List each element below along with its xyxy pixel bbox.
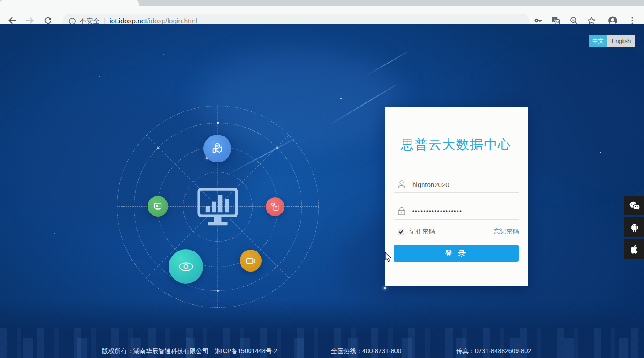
fax-text: 传真：0731-84882609-802 — [456, 347, 531, 355]
copyright-text: 版权所有：湖南华辰智通科技有限公司 — [102, 347, 208, 355]
apple-app-button[interactable] — [624, 239, 644, 259]
lock-icon — [396, 206, 407, 217]
dashboard-monitor-icon — [197, 187, 239, 229]
star-dot — [163, 54, 164, 55]
remember-checkbox[interactable] — [398, 229, 404, 235]
language-toggle: 中文 English — [589, 35, 635, 47]
options-row: 记住密码 忘记密码 — [394, 226, 519, 237]
language-english-button[interactable]: English — [607, 35, 635, 47]
page-title: 思普云大数据中心 — [385, 136, 528, 154]
language-chinese-button[interactable]: 中文 — [589, 35, 607, 47]
star-dot — [340, 98, 342, 99]
app-dock — [624, 196, 644, 259]
login-button[interactable]: 登 录 — [394, 245, 519, 262]
map-pin-icon — [210, 141, 225, 156]
remember-label: 记住密码 — [410, 228, 435, 236]
light-streak — [366, 52, 407, 76]
user-icon — [396, 179, 407, 190]
wechat-icon — [628, 200, 640, 212]
username-field-row — [394, 176, 519, 193]
star-dot — [384, 287, 386, 289]
icp-number: 湘ICP备15001448号-2 — [215, 347, 277, 355]
document-clock-icon — [270, 202, 280, 212]
ring-dot — [157, 147, 159, 149]
satellite-video — [240, 250, 262, 272]
star-dot — [600, 152, 601, 153]
apple-icon — [629, 244, 640, 255]
browser-toolbar: 不安全 | iot.idosp.net/idosp/login.html 文 G — [0, 6, 644, 24]
star-dot — [555, 192, 555, 193]
satellite-records — [266, 197, 284, 216]
password-input[interactable] — [412, 208, 519, 214]
orbit-graphic — [117, 106, 318, 307]
password-field-row — [394, 203, 519, 220]
active-tab[interactable] — [0, 0, 139, 6]
monitor-report-icon — [153, 201, 163, 212]
browser-window: 不安全 | iot.idosp.net/idosp/login.html 文 G — [0, 0, 644, 358]
footer: 版权所有：湖南华辰智通科技有限公司 湘ICP备15001448号-2 全国热线：… — [0, 347, 644, 356]
ring-dot — [276, 147, 278, 149]
satellite-report — [148, 196, 168, 217]
android-icon — [629, 222, 640, 233]
star-dot — [54, 233, 55, 234]
wechat-app-button[interactable] — [624, 196, 644, 215]
star-dot — [99, 76, 100, 77]
tab-strip — [0, 0, 644, 6]
video-camera-icon — [245, 255, 257, 267]
username-input[interactable] — [412, 181, 519, 188]
eye-monitoring-icon — [177, 257, 195, 276]
login-panel: 思普云大数据中心 记住密码 忘记密码 登 录 — [385, 107, 528, 286]
forgot-password-link[interactable]: 忘记密码 — [494, 228, 519, 236]
android-app-button[interactable] — [624, 217, 644, 237]
svg-text:G: G — [556, 20, 559, 24]
satellite-monitoring — [169, 249, 203, 284]
ring-dot — [217, 122, 219, 124]
ring-dot — [217, 290, 219, 292]
satellite-map — [203, 135, 231, 162]
login-page: 中文 English — [0, 24, 644, 358]
hotline-text: 全国热线：400-8731-800 — [331, 347, 401, 355]
